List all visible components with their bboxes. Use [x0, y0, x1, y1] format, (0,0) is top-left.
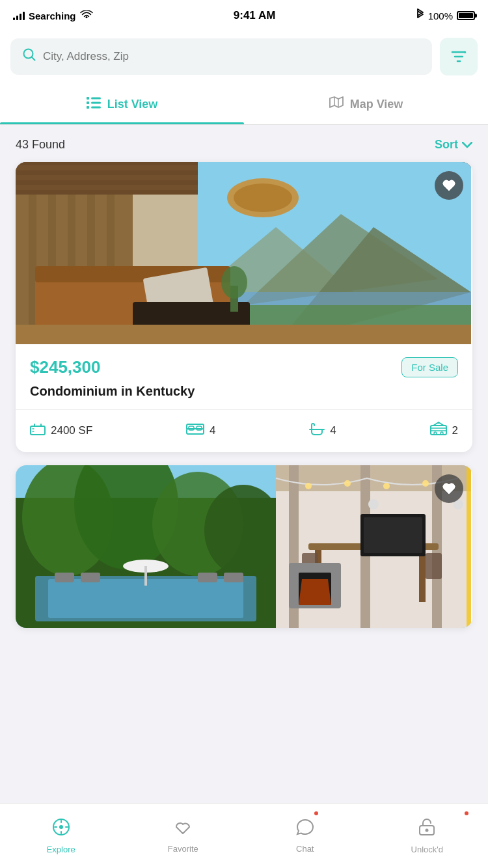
chat-icon	[296, 819, 314, 840]
svg-marker-75	[299, 579, 331, 605]
nav-explore-label: Explore	[47, 845, 75, 854]
listing-card-2	[16, 465, 472, 628]
nav-unlockd[interactable]: Unlock'd	[366, 804, 489, 868]
favorite-button-1[interactable]	[435, 171, 463, 200]
unlockd-icon	[418, 818, 435, 841]
explore-icon	[52, 818, 70, 841]
results-header: 43 Found Sort	[0, 125, 488, 162]
svg-rect-54	[144, 566, 147, 586]
stat-beds: 4	[186, 422, 215, 439]
tab-list-view[interactable]: List View	[0, 85, 244, 124]
nav-chat[interactable]: Chat	[244, 804, 366, 868]
svg-point-69	[368, 499, 379, 509]
tab-list-view-label: List View	[107, 98, 158, 111]
nav-favorite-label: Favorite	[168, 844, 198, 854]
svg-rect-49	[55, 573, 74, 582]
bottom-nav: Explore Favorite Chat Un	[0, 803, 488, 868]
search-container	[0, 29, 488, 85]
svg-point-78	[59, 825, 63, 829]
svg-rect-6	[91, 102, 101, 104]
search-input[interactable]	[43, 50, 420, 63]
status-time: 9:41 AM	[234, 9, 276, 22]
nav-unlockd-label: Unlock'd	[411, 845, 443, 854]
chat-badge	[313, 810, 319, 817]
wifi-icon	[80, 9, 93, 23]
status-left: Searching	[13, 9, 93, 23]
sort-button[interactable]: Sort	[435, 138, 472, 152]
nav-explore[interactable]: Explore	[0, 804, 122, 868]
svg-point-68	[422, 480, 429, 487]
battery-percentage: 100%	[428, 10, 453, 21]
beds-value: 4	[210, 424, 215, 437]
svg-point-30	[234, 183, 292, 212]
svg-rect-7	[91, 107, 101, 109]
baths-value: 4	[330, 424, 336, 437]
svg-rect-50	[81, 573, 100, 582]
map-view-icon	[329, 96, 344, 113]
svg-point-65	[305, 483, 312, 489]
svg-rect-72	[364, 517, 422, 553]
svg-rect-2	[87, 97, 89, 100]
filter-button[interactable]	[440, 38, 478, 75]
listing-info-1: $245,300 For Sale Condominium in Kentuck…	[16, 344, 472, 452]
listing-image-2	[16, 465, 472, 628]
stat-garage: 2	[430, 422, 458, 439]
svg-rect-5	[91, 98, 101, 100]
svg-point-46	[204, 485, 282, 576]
favorite-nav-icon	[174, 819, 192, 840]
svg-rect-64	[426, 553, 442, 579]
svg-rect-51	[198, 573, 217, 582]
status-bar: Searching 9:41 AM 100%	[0, 0, 488, 29]
svg-rect-33	[16, 325, 471, 344]
svg-rect-38	[431, 426, 446, 435]
sqft-value: 2400 SF	[51, 424, 92, 437]
svg-point-80	[426, 828, 429, 832]
bath-icon	[309, 422, 325, 439]
search-input-wrap[interactable]	[10, 38, 432, 75]
tab-map-view-label: Map View	[350, 98, 403, 111]
view-tabs: List View Map View	[0, 85, 488, 125]
listing-price-1: $245,300	[30, 357, 100, 377]
listing-image-1	[16, 162, 472, 344]
bluetooth-icon	[416, 8, 424, 23]
stat-sqft: 2400 SF	[30, 422, 92, 439]
status-right: 100%	[416, 8, 475, 23]
listing-card: $245,300 For Sale Condominium in Kentuck…	[16, 162, 472, 452]
svg-point-40	[441, 432, 443, 435]
svg-rect-62	[419, 550, 426, 602]
favorite-button-2[interactable]	[435, 474, 463, 503]
list-view-icon	[87, 97, 101, 112]
battery-icon	[457, 11, 475, 20]
svg-rect-3	[87, 102, 89, 104]
sort-label: Sort	[435, 138, 458, 152]
svg-rect-52	[224, 573, 243, 582]
sqft-icon	[30, 422, 46, 439]
listings-container: $245,300 For Sale Condominium in Kentuck…	[0, 162, 488, 706]
listing-title-1: Condominium in Kentucky	[30, 384, 458, 399]
carrier-text: Searching	[29, 10, 76, 21]
svg-point-39	[434, 432, 437, 435]
garage-icon	[430, 422, 447, 439]
unlockd-badge	[463, 810, 470, 817]
stat-baths: 4	[309, 422, 336, 439]
svg-point-32	[221, 266, 247, 299]
bed-icon	[186, 422, 204, 439]
svg-point-67	[383, 483, 390, 489]
signal-bars-icon	[13, 11, 25, 20]
svg-point-66	[344, 480, 351, 487]
garage-value: 2	[452, 424, 458, 437]
svg-rect-34	[31, 426, 45, 435]
nav-favorite[interactable]: Favorite	[122, 804, 245, 868]
svg-marker-1	[464, 51, 467, 53]
svg-rect-76	[467, 465, 471, 628]
tab-map-view[interactable]: Map View	[244, 85, 488, 124]
nav-chat-label: Chat	[296, 844, 314, 854]
svg-rect-4	[87, 106, 89, 109]
listing-badge-1: For Sale	[401, 357, 458, 377]
listing-stats-1: 2400 SF 4	[30, 410, 458, 452]
search-icon	[22, 47, 36, 66]
results-count: 43 Found	[16, 138, 65, 152]
